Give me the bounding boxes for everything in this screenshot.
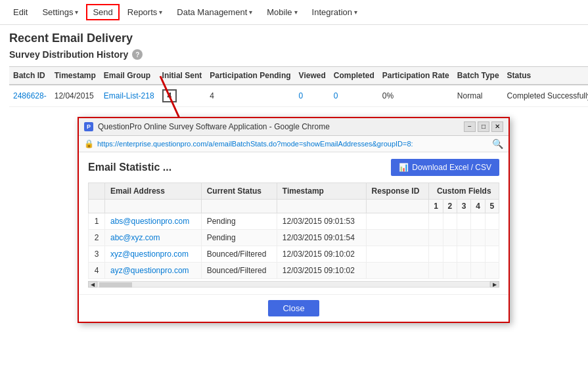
scroll-track[interactable] <box>97 281 490 288</box>
subheader-num <box>89 200 105 213</box>
download-btn-label: Download Excel / CSV <box>412 163 491 172</box>
modal-table-row: 4 ayz@questionpro.com Bounced/Filtered 1… <box>89 263 499 279</box>
cell-cf-5 <box>485 230 499 246</box>
cell-cf-2 <box>443 213 457 230</box>
modal-controls: − □ ✕ <box>464 121 503 132</box>
cell-cf-4 <box>471 230 485 246</box>
cell-current-status: Pending <box>201 230 277 246</box>
col-response-id: Response ID <box>366 183 429 200</box>
modal-backdrop: P QuestionPro Online Survey Software App… <box>0 0 588 367</box>
email-link[interactable]: xyz@questionpro.com <box>110 249 189 259</box>
cell-cf-2 <box>443 263 457 279</box>
col-email-address: Email Address <box>105 183 202 200</box>
scroll-left-arrow[interactable]: ◀ <box>88 281 97 288</box>
modal-footer: Close <box>79 294 509 322</box>
modal-header-row: Email Statistic ... 📊 Download Excel / C… <box>88 159 499 176</box>
subheader-cf-5: 5 <box>485 200 499 213</box>
cell-cf-5 <box>485 263 499 279</box>
cell-row-num: 1 <box>89 213 105 230</box>
cell-email[interactable]: abc@xyz.com <box>105 230 202 246</box>
cell-row-timestamp: 12/03/2015 09:10:02 <box>277 263 366 279</box>
cell-row-timestamp: 12/03/2015 09:01:54 <box>277 230 366 246</box>
cell-response-id <box>366 213 429 230</box>
subheader-cf-4: 4 <box>471 200 485 213</box>
subheader-status <box>201 200 277 213</box>
cell-current-status: Bounced/Filtered <box>201 263 277 279</box>
subheader-email <box>105 200 202 213</box>
cell-email[interactable]: abs@questionpro.com <box>105 213 202 230</box>
close-window-button[interactable]: ✕ <box>491 121 503 132</box>
cell-response-id <box>366 230 429 246</box>
cell-cf-3 <box>457 246 471 263</box>
url-lock-icon: 🔒 <box>84 139 94 148</box>
zoom-icon[interactable]: 🔍 <box>492 139 503 149</box>
cell-cf-4 <box>471 246 485 263</box>
modal-titlebar: P QuestionPro Online Survey Software App… <box>79 118 509 136</box>
cell-email[interactable]: xyz@questionpro.com <box>105 246 202 263</box>
modal-table-row: 2 abc@xyz.com Pending 12/03/2015 09:01:5… <box>89 230 499 246</box>
cell-response-id <box>366 263 429 279</box>
cell-cf-1 <box>429 230 443 246</box>
subheader-cf-2: 2 <box>443 200 457 213</box>
cell-response-id <box>366 246 429 263</box>
cell-cf-4 <box>471 263 485 279</box>
cell-current-status: Pending <box>201 213 277 230</box>
scroll-thumb[interactable] <box>99 282 132 288</box>
modal-table-row: 3 xyz@questionpro.com Bounced/Filtered 1… <box>89 246 499 263</box>
modal-favicon: P <box>84 122 93 131</box>
cell-cf-3 <box>457 230 471 246</box>
col-timestamp: Timestamp <box>277 183 366 200</box>
col-custom-fields: Custom Fields <box>429 183 499 200</box>
modal-title-text: QuestionPro Online Survey Software Appli… <box>98 122 459 131</box>
subheader-cf-1: 1 <box>429 200 443 213</box>
cell-current-status: Bounced/Filtered <box>201 246 277 263</box>
email-link[interactable]: abc@xyz.com <box>110 233 160 242</box>
maximize-button[interactable]: □ <box>478 121 489 132</box>
cell-cf-5 <box>485 213 499 230</box>
cell-email[interactable]: ayz@questionpro.com <box>105 263 202 279</box>
modal-window: P QuestionPro Online Survey Software App… <box>78 117 510 323</box>
col-current-status: Current Status <box>201 183 277 200</box>
modal-table-row: 1 abs@questionpro.com Pending 12/03/2015… <box>89 213 499 230</box>
scroll-right-arrow[interactable]: ▶ <box>490 281 499 288</box>
download-excel-csv-button[interactable]: 📊 Download Excel / CSV <box>391 159 499 176</box>
cell-cf-3 <box>457 213 471 230</box>
close-modal-button[interactable]: Close <box>268 300 319 316</box>
cell-row-timestamp: 12/03/2015 09:10:02 <box>277 246 366 263</box>
email-link[interactable]: ayz@questionpro.com <box>110 266 189 275</box>
close-btn-label: Close <box>283 303 304 313</box>
cell-cf-3 <box>457 263 471 279</box>
subheader-response-id <box>366 200 429 213</box>
subheader-timestamp <box>277 200 366 213</box>
col-num <box>89 183 105 200</box>
modal-body: Email Statistic ... 📊 Download Excel / C… <box>79 152 509 294</box>
modal-url-bar: 🔒 https://enterprise.questionpro.com/a/e… <box>79 136 509 152</box>
cell-row-num: 4 <box>89 263 105 279</box>
cell-cf-2 <box>443 246 457 263</box>
cell-cf-1 <box>429 246 443 263</box>
email-link[interactable]: abs@questionpro.com <box>110 217 189 226</box>
horizontal-scrollbar[interactable]: ◀ ▶ <box>88 281 499 288</box>
cell-cf-1 <box>429 263 443 279</box>
cell-cf-4 <box>471 213 485 230</box>
subheader-cf-3: 3 <box>457 200 471 213</box>
cell-row-num: 3 <box>89 246 105 263</box>
url-text[interactable]: https://enterprise.questionpro.com/a/ema… <box>97 140 489 148</box>
minimize-button[interactable]: − <box>464 121 476 132</box>
cell-cf-1 <box>429 213 443 230</box>
download-icon: 📊 <box>399 163 409 172</box>
cell-row-num: 2 <box>89 230 105 246</box>
cell-cf-5 <box>485 246 499 263</box>
cell-row-timestamp: 12/03/2015 09:01:53 <box>277 213 366 230</box>
cell-cf-2 <box>443 230 457 246</box>
modal-heading: Email Statistic ... <box>88 162 171 173</box>
email-stats-table: Email Address Current Status Timestamp R… <box>88 183 499 279</box>
